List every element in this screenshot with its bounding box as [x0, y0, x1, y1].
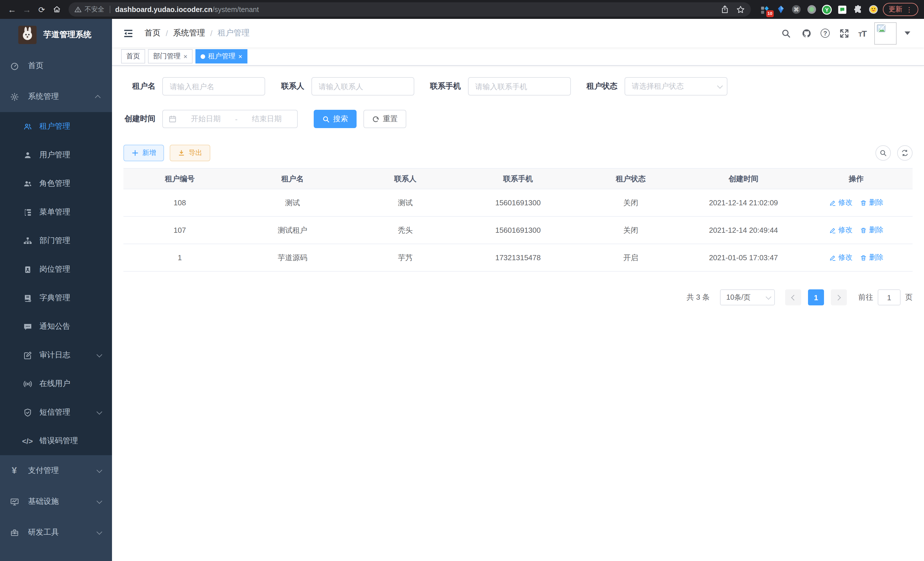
- bookmark-star-icon[interactable]: [736, 5, 745, 14]
- dictionary-icon: [23, 293, 32, 302]
- search-icon: [322, 115, 330, 123]
- browser-update-button[interactable]: 更新 ⋮: [883, 3, 918, 16]
- sidebar-item-dict[interactable]: 字典管理: [0, 284, 112, 312]
- tag-tenant[interactable]: 租户管理 ×: [195, 49, 248, 63]
- sidebar-item-devtools[interactable]: 研发工具: [0, 517, 112, 548]
- sidebar-item-tenant[interactable]: 租户管理: [0, 112, 112, 141]
- extension-dot-icon[interactable]: [806, 4, 817, 15]
- extension-kite-icon[interactable]: [776, 4, 786, 15]
- help-icon[interactable]: ?: [820, 29, 830, 38]
- status-select[interactable]: 请选择租户状态: [624, 77, 727, 96]
- date-range-picker[interactable]: 开始日期 - 结束日期: [162, 110, 298, 128]
- extension-puzzle-icon[interactable]: [853, 4, 863, 15]
- avatar-caret-icon[interactable]: [904, 32, 910, 35]
- sidebar-item-audit-log[interactable]: 审计日志: [0, 341, 112, 369]
- browser-forward-icon[interactable]: →: [20, 2, 34, 17]
- sidebar-item-notice[interactable]: 通知公告: [0, 312, 112, 341]
- prev-page-button[interactable]: [785, 289, 801, 305]
- goto-page-input[interactable]: [878, 289, 901, 305]
- export-button[interactable]: 导出: [170, 145, 210, 161]
- sidebar-item-post[interactable]: 岗位管理: [0, 255, 112, 284]
- page-unit-label: 页: [905, 292, 913, 302]
- contact-input[interactable]: [311, 77, 414, 96]
- extension-chat-icon[interactable]: [837, 4, 848, 15]
- user-group-icon: [23, 179, 32, 188]
- sidebar-item-sms[interactable]: 短信管理: [0, 398, 112, 427]
- share-icon[interactable]: [721, 5, 729, 14]
- tenant-name-input[interactable]: [162, 77, 265, 96]
- tenant-name-label: 租户名: [123, 81, 155, 92]
- tag-dept[interactable]: 部门管理 ×: [148, 49, 193, 63]
- add-button[interactable]: 新增: [123, 145, 164, 161]
- reset-button[interactable]: 重置: [363, 110, 406, 128]
- extension-y-icon[interactable]: Y: [822, 4, 832, 15]
- cell-contact: 秃头: [349, 225, 462, 235]
- sidebar-item-menu[interactable]: 菜单管理: [0, 198, 112, 226]
- table-row: 108 测试 测试 15601691300 关闭 2021-12-14 21:0…: [123, 189, 913, 217]
- sidebar-item-infra[interactable]: 基础设施: [0, 486, 112, 517]
- browser-reload-icon[interactable]: ⟳: [34, 2, 49, 17]
- sidebar-item-user[interactable]: 用户管理: [0, 141, 112, 169]
- cell-name: 芋道源码: [236, 253, 349, 263]
- url-text[interactable]: dashboard.yudao.iocoder.cn/system/tenant: [115, 5, 721, 14]
- sidebar-toggle-icon[interactable]: [118, 23, 138, 43]
- next-page-button[interactable]: [831, 289, 847, 305]
- header-search-icon[interactable]: [779, 27, 792, 39]
- close-icon[interactable]: ×: [183, 53, 188, 60]
- refresh-icon: [372, 115, 380, 123]
- sidebar-item-payment[interactable]: ¥ 支付管理: [0, 455, 112, 486]
- user-icon: [23, 150, 32, 159]
- sidebar-item-system[interactable]: 系统管理: [0, 81, 112, 112]
- extension-command-icon[interactable]: ⌘: [791, 4, 801, 15]
- edit-link[interactable]: 修改: [829, 198, 853, 208]
- delete-link[interactable]: 删除: [860, 198, 884, 208]
- sidebar-item-home[interactable]: 首页: [0, 50, 112, 81]
- active-dot: [201, 54, 205, 59]
- browser-home-icon[interactable]: [49, 2, 64, 17]
- edit-link[interactable]: 修改: [829, 253, 853, 262]
- sidebar-item-error-code[interactable]: </> 错误码管理: [0, 427, 112, 455]
- goto-label: 前往: [858, 292, 873, 302]
- edit-link[interactable]: 修改: [829, 225, 853, 235]
- extension-blocks-icon[interactable]: 10: [760, 4, 770, 15]
- cell-status: 关闭: [574, 225, 687, 235]
- cell-name: 测试租户: [236, 225, 349, 235]
- sidebar-item-online-user[interactable]: 在线用户: [0, 369, 112, 398]
- page-1-button[interactable]: 1: [808, 289, 824, 305]
- tag-home[interactable]: 首页: [121, 49, 145, 63]
- sidebar: 芋道管理系统 首页 系统管理: [0, 19, 112, 561]
- tree-list-icon: [23, 208, 32, 217]
- security-indicator[interactable]: 不安全: [74, 5, 104, 14]
- app-logo-row[interactable]: 芋道管理系统: [0, 19, 112, 50]
- svg-text:⌘: ⌘: [794, 7, 799, 13]
- breadcrumb-home[interactable]: 首页: [145, 28, 160, 38]
- page-size-select[interactable]: 10条/页: [720, 289, 775, 305]
- sidebar-item-dept[interactable]: 部门管理: [0, 226, 112, 255]
- fullscreen-icon[interactable]: [838, 27, 850, 39]
- extension-emoji-icon[interactable]: [868, 4, 878, 15]
- broken-image-icon: [876, 24, 886, 32]
- address-bar[interactable]: 不安全 dashboard.yudao.iocoder.cn/system/te…: [69, 2, 751, 17]
- cell-status: 开启: [574, 253, 687, 263]
- chevron-down-icon: [97, 467, 102, 473]
- toggle-search-button[interactable]: [875, 145, 891, 161]
- breadcrumb: 首页 / 系统管理 / 租户管理: [145, 28, 779, 38]
- sidebar-item-role[interactable]: 角色管理: [0, 169, 112, 198]
- breadcrumb-current: 租户管理: [218, 28, 250, 38]
- browser-back-icon[interactable]: ←: [4, 2, 20, 17]
- code-icon: </>: [23, 436, 32, 445]
- close-icon[interactable]: ×: [238, 53, 242, 60]
- security-label: 不安全: [85, 5, 104, 14]
- avatar[interactable]: [874, 22, 897, 44]
- font-size-icon[interactable]: TT: [858, 28, 866, 38]
- delete-link[interactable]: 删除: [860, 225, 884, 235]
- table-row: 1 芋道源码 芋艿 17321315478 开启 2021-01-05 17:0…: [123, 244, 913, 272]
- cell-phone: 17321315478: [462, 253, 574, 262]
- refresh-table-button[interactable]: [897, 145, 913, 161]
- github-icon[interactable]: [800, 27, 813, 39]
- browser-menu-icon[interactable]: ⋮: [906, 5, 913, 14]
- breadcrumb-system[interactable]: 系统管理: [173, 28, 205, 38]
- phone-input[interactable]: [468, 77, 571, 96]
- delete-link[interactable]: 删除: [860, 253, 884, 262]
- search-button[interactable]: 搜索: [314, 110, 357, 128]
